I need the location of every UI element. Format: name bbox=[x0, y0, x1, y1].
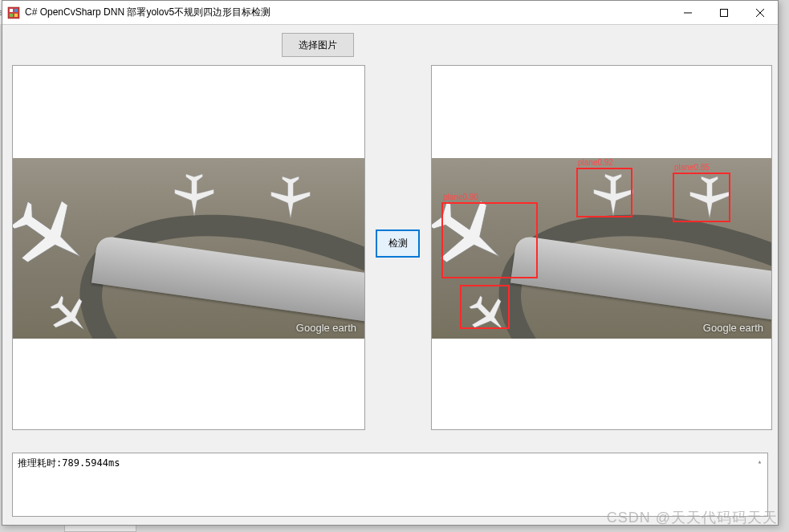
client-area: 选择图片 检测 G bbox=[2, 25, 778, 525]
minimize-button[interactable] bbox=[669, 1, 706, 24]
titlebar: C# OpenCvSharp DNN 部署yolov5不规则四边形目标检测 bbox=[2, 1, 778, 25]
source-image-panel: Google earth bbox=[12, 65, 365, 430]
plane-icon bbox=[172, 173, 217, 217]
svg-rect-3 bbox=[10, 14, 13, 17]
detection-label: plane0.92 bbox=[578, 158, 613, 167]
select-image-label: 选择图片 bbox=[299, 39, 337, 52]
result-image: plane0.90plane0.92plane0.85 Google earth bbox=[432, 158, 771, 339]
svg-rect-1 bbox=[10, 9, 13, 12]
detection-label: plane0.90 bbox=[443, 193, 478, 201]
log-text: 推理耗时:789.5944ms bbox=[18, 457, 120, 469]
maximize-button[interactable] bbox=[706, 1, 742, 24]
detection-label: plane0.85 bbox=[674, 163, 710, 172]
log-output[interactable]: 推理耗时:789.5944ms ▴ bbox=[12, 453, 768, 517]
window-title: C# OpenCvSharp DNN 部署yolov5不规则四边形目标检测 bbox=[25, 6, 270, 19]
main-window: C# OpenCvSharp DNN 部署yolov5不规则四边形目标检测 选择… bbox=[2, 0, 779, 526]
detection-box bbox=[460, 285, 510, 329]
svg-rect-2 bbox=[14, 9, 18, 12]
source-image: Google earth bbox=[13, 158, 364, 339]
detection-box bbox=[441, 202, 538, 278]
svg-rect-4 bbox=[14, 14, 18, 17]
google-earth-watermark: Google earth bbox=[296, 322, 356, 334]
app-icon bbox=[7, 6, 20, 19]
window-controls bbox=[669, 1, 778, 24]
result-image-panel: plane0.90plane0.92plane0.85 Google earth bbox=[431, 65, 772, 430]
detect-label: 检测 bbox=[388, 237, 408, 250]
scroll-up-icon[interactable]: ▴ bbox=[754, 455, 766, 467]
google-earth-watermark: Google earth bbox=[703, 322, 763, 334]
svg-rect-6 bbox=[720, 9, 727, 16]
close-button[interactable] bbox=[742, 1, 778, 24]
detection-box bbox=[576, 168, 632, 217]
plane-icon bbox=[268, 175, 313, 220]
detection-box bbox=[673, 173, 730, 222]
select-image-button[interactable]: 选择图片 bbox=[282, 33, 354, 57]
detect-button[interactable]: 检测 bbox=[376, 229, 420, 258]
